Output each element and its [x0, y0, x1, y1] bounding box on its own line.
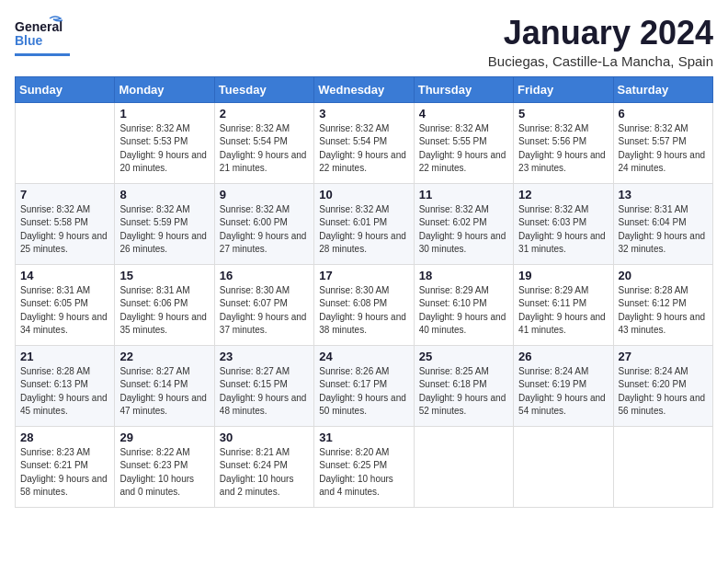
calendar-cell: [514, 426, 613, 507]
day-number: 2: [220, 107, 309, 121]
day-number: 27: [619, 350, 708, 363]
day-info: Sunrise: 8:27 AMSunset: 6:15 PMDaylight:…: [220, 365, 309, 419]
day-info: Sunrise: 8:24 AMSunset: 6:19 PMDaylight:…: [518, 365, 608, 419]
day-info: Sunrise: 8:29 AMSunset: 6:10 PMDaylight:…: [419, 284, 508, 338]
calendar-cell: 26Sunrise: 8:24 AMSunset: 6:19 PMDayligh…: [514, 345, 613, 426]
calendar-week-row: 21Sunrise: 8:28 AMSunset: 6:13 PMDayligh…: [16, 345, 713, 426]
calendar-cell: 5Sunrise: 8:32 AMSunset: 5:56 PMDaylight…: [514, 102, 613, 183]
day-info: Sunrise: 8:32 AMSunset: 5:57 PMDaylight:…: [619, 122, 708, 176]
day-info: Sunrise: 8:32 AMSunset: 5:56 PMDaylight:…: [518, 122, 608, 176]
calendar-cell: 8Sunrise: 8:32 AMSunset: 5:59 PMDaylight…: [115, 183, 214, 264]
calendar-cell: 12Sunrise: 8:32 AMSunset: 6:03 PMDayligh…: [514, 183, 613, 264]
weekday-header-monday: Monday: [115, 76, 214, 102]
calendar-cell: 1Sunrise: 8:32 AMSunset: 5:53 PMDaylight…: [115, 102, 214, 183]
calendar-cell: [16, 102, 115, 183]
day-info: Sunrise: 8:32 AMSunset: 6:03 PMDaylight:…: [518, 203, 608, 257]
calendar-week-row: 1Sunrise: 8:32 AMSunset: 5:53 PMDaylight…: [16, 102, 713, 183]
day-number: 29: [119, 431, 209, 444]
day-number: 20: [619, 269, 708, 282]
day-info: Sunrise: 8:32 AMSunset: 5:54 PMDaylight:…: [319, 122, 408, 176]
weekday-header-wednesday: Wednesday: [314, 76, 414, 102]
day-number: 12: [518, 188, 608, 201]
weekday-header-sunday: Sunday: [16, 76, 115, 102]
day-number: 11: [419, 188, 508, 201]
svg-text:Blue: Blue: [15, 33, 43, 48]
calendar-cell: 6Sunrise: 8:32 AMSunset: 5:57 PMDaylight…: [613, 102, 712, 183]
day-number: 4: [419, 107, 508, 121]
calendar-cell: 23Sunrise: 8:27 AMSunset: 6:15 PMDayligh…: [214, 345, 313, 426]
day-info: Sunrise: 8:28 AMSunset: 6:12 PMDaylight:…: [619, 284, 708, 338]
page-header: General Blue January 2024 Buciegas, Cast…: [15, 15, 713, 69]
day-info: Sunrise: 8:32 AMSunset: 5:58 PMDaylight:…: [20, 203, 109, 257]
day-info: Sunrise: 8:30 AMSunset: 6:08 PMDaylight:…: [319, 284, 408, 338]
calendar-cell: 29Sunrise: 8:22 AMSunset: 6:23 PMDayligh…: [115, 426, 214, 507]
day-number: 18: [419, 269, 508, 282]
day-number: 13: [619, 188, 708, 201]
calendar-cell: 28Sunrise: 8:23 AMSunset: 6:21 PMDayligh…: [16, 426, 115, 507]
logo-underline: [15, 53, 70, 56]
calendar-table: SundayMondayTuesdayWednesdayThursdayFrid…: [15, 76, 713, 508]
day-info: Sunrise: 8:31 AMSunset: 6:05 PMDaylight:…: [20, 284, 109, 338]
day-number: 3: [319, 107, 408, 121]
day-info: Sunrise: 8:32 AMSunset: 5:54 PMDaylight:…: [220, 122, 309, 176]
day-number: 25: [419, 350, 508, 363]
day-info: Sunrise: 8:32 AMSunset: 6:00 PMDaylight:…: [220, 203, 309, 257]
svg-text:General: General: [15, 19, 63, 34]
day-number: 28: [20, 431, 109, 444]
calendar-cell: 18Sunrise: 8:29 AMSunset: 6:10 PMDayligh…: [414, 264, 513, 345]
day-number: 21: [20, 350, 109, 363]
day-info: Sunrise: 8:32 AMSunset: 6:01 PMDaylight:…: [319, 203, 408, 257]
calendar-cell: [414, 426, 513, 507]
day-number: 5: [518, 107, 608, 121]
day-number: 23: [220, 350, 309, 363]
day-info: Sunrise: 8:32 AMSunset: 5:55 PMDaylight:…: [419, 122, 508, 176]
day-info: Sunrise: 8:21 AMSunset: 6:24 PMDaylight:…: [220, 446, 309, 500]
day-number: 26: [518, 350, 608, 363]
calendar-cell: 30Sunrise: 8:21 AMSunset: 6:24 PMDayligh…: [214, 426, 313, 507]
calendar-cell: 21Sunrise: 8:28 AMSunset: 6:13 PMDayligh…: [16, 345, 115, 426]
calendar-cell: 31Sunrise: 8:20 AMSunset: 6:25 PMDayligh…: [314, 426, 414, 507]
location-title: Buciegas, Castille-La Mancha, Spain: [488, 53, 713, 69]
day-info: Sunrise: 8:23 AMSunset: 6:21 PMDaylight:…: [20, 446, 109, 500]
weekday-header-saturday: Saturday: [613, 76, 712, 102]
calendar-cell: 14Sunrise: 8:31 AMSunset: 6:05 PMDayligh…: [16, 264, 115, 345]
calendar-cell: 2Sunrise: 8:32 AMSunset: 5:54 PMDaylight…: [214, 102, 313, 183]
day-number: 9: [220, 188, 309, 201]
calendar-cell: 19Sunrise: 8:29 AMSunset: 6:11 PMDayligh…: [514, 264, 613, 345]
calendar-week-row: 14Sunrise: 8:31 AMSunset: 6:05 PMDayligh…: [16, 264, 713, 345]
day-number: 14: [20, 269, 109, 282]
calendar-cell: 20Sunrise: 8:28 AMSunset: 6:12 PMDayligh…: [613, 264, 712, 345]
day-info: Sunrise: 8:20 AMSunset: 6:25 PMDaylight:…: [319, 446, 408, 500]
calendar-cell: 13Sunrise: 8:31 AMSunset: 6:04 PMDayligh…: [613, 183, 712, 264]
calendar-cell: 3Sunrise: 8:32 AMSunset: 5:54 PMDaylight…: [314, 102, 414, 183]
logo-icon: General Blue: [15, 15, 63, 52]
day-info: Sunrise: 8:22 AMSunset: 6:23 PMDaylight:…: [119, 446, 209, 500]
day-number: 7: [20, 188, 109, 201]
title-block: January 2024 Buciegas, Castille-La Manch…: [488, 15, 713, 69]
day-info: Sunrise: 8:27 AMSunset: 6:14 PMDaylight:…: [119, 365, 209, 419]
day-number: 24: [319, 350, 408, 363]
calendar-cell: 22Sunrise: 8:27 AMSunset: 6:14 PMDayligh…: [115, 345, 214, 426]
weekday-header-friday: Friday: [514, 76, 613, 102]
day-number: 30: [220, 431, 309, 444]
day-info: Sunrise: 8:32 AMSunset: 5:59 PMDaylight:…: [119, 203, 209, 257]
day-number: 31: [319, 431, 408, 444]
weekday-header-row: SundayMondayTuesdayWednesdayThursdayFrid…: [16, 76, 713, 102]
day-info: Sunrise: 8:30 AMSunset: 6:07 PMDaylight:…: [220, 284, 309, 338]
calendar-cell: 16Sunrise: 8:30 AMSunset: 6:07 PMDayligh…: [214, 264, 313, 345]
day-info: Sunrise: 8:32 AMSunset: 5:53 PMDaylight:…: [119, 122, 209, 176]
calendar-cell: 10Sunrise: 8:32 AMSunset: 6:01 PMDayligh…: [314, 183, 414, 264]
day-number: 8: [119, 188, 209, 201]
day-number: 1: [119, 107, 209, 121]
day-info: Sunrise: 8:31 AMSunset: 6:06 PMDaylight:…: [119, 284, 209, 338]
day-info: Sunrise: 8:25 AMSunset: 6:18 PMDaylight:…: [419, 365, 508, 419]
calendar-week-row: 7Sunrise: 8:32 AMSunset: 5:58 PMDaylight…: [16, 183, 713, 264]
calendar-cell: 27Sunrise: 8:24 AMSunset: 6:20 PMDayligh…: [613, 345, 712, 426]
day-info: Sunrise: 8:24 AMSunset: 6:20 PMDaylight:…: [619, 365, 708, 419]
calendar-cell: 7Sunrise: 8:32 AMSunset: 5:58 PMDaylight…: [16, 183, 115, 264]
day-info: Sunrise: 8:28 AMSunset: 6:13 PMDaylight:…: [20, 365, 109, 419]
month-title: January 2024: [488, 15, 713, 52]
day-number: 16: [220, 269, 309, 282]
day-info: Sunrise: 8:32 AMSunset: 6:02 PMDaylight:…: [419, 203, 508, 257]
calendar-cell: 4Sunrise: 8:32 AMSunset: 5:55 PMDaylight…: [414, 102, 513, 183]
